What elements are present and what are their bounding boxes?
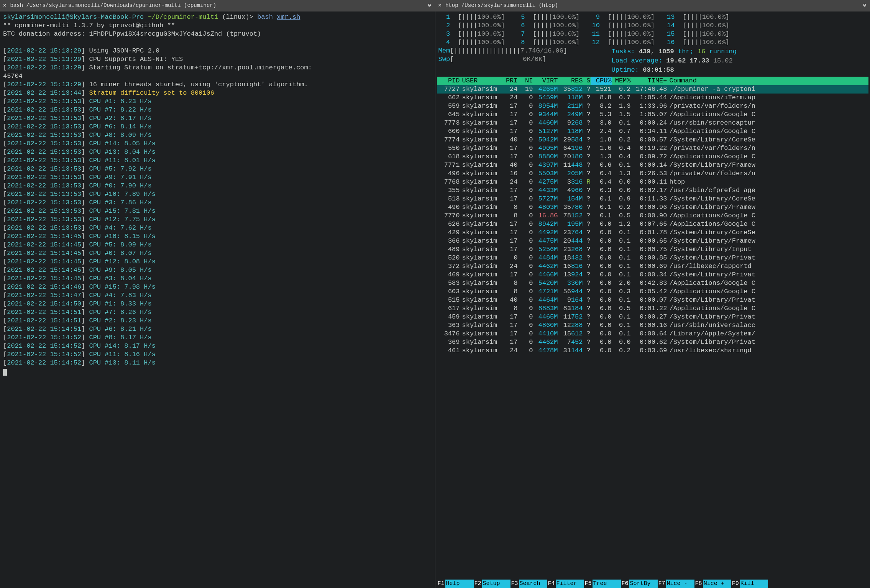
process-row[interactable]: 7727skylarsim24194265M35812?15210.217:46…: [437, 85, 869, 94]
process-row[interactable]: 618skylarsim1708880M70180?1.30.40:09.72/…: [437, 153, 869, 161]
close-icon[interactable]: ✕: [438, 2, 442, 10]
left-tab-bar[interactable]: ✕ bash /Users/skylarsimoncelli/Downloads…: [0, 0, 435, 11]
left-terminal[interactable]: skylarsimoncelli@Skylars-MacBook-Pro ~/D…: [0, 11, 435, 588]
cursor: [3, 369, 7, 376]
cpu-meter: 7 [||||100.0%]: [513, 30, 579, 38]
cpu-meter: 16 [||||100.0%]: [663, 38, 729, 47]
process-row[interactable]: 583skylarsim805420M330M?0.02.00:42.83/Ap…: [437, 279, 869, 287]
app-root: ✕ bash /Users/skylarsimoncelli/Downloads…: [0, 0, 870, 588]
footer-key[interactable]: F2Setup: [474, 580, 511, 588]
process-row[interactable]: 490skylarsim804803M35780?0.10.20:00.96/S…: [437, 203, 869, 212]
cpu-meter: 2 [||||100.0%]: [438, 21, 505, 30]
footer-key[interactable]: F8Nice +: [694, 580, 731, 588]
process-row[interactable]: 7768skylarsim2404275M3316R0.40.00:00.11h…: [437, 178, 869, 186]
uptime-line: Uptime: 03:01:58: [612, 65, 869, 74]
cpu-meter: 3 [||||100.0%]: [438, 30, 505, 38]
cpu-meter: 14 [||||100.0%]: [663, 21, 729, 30]
process-row[interactable]: 662skylarsim2405459M118M?8.80.71:05.44/A…: [437, 94, 869, 102]
swap-meter: Swp[0K/0K]: [438, 55, 603, 64]
process-row[interactable]: 366skylarsim1704475M20444?0.00.10:00.65/…: [437, 237, 869, 245]
process-row[interactable]: 600skylarsim1705127M118M?2.40.70:34.11/A…: [437, 127, 869, 136]
process-row[interactable]: 461skylarsim2404478M31144?0.00.20:03.69/…: [437, 347, 869, 355]
tasks-line: Tasks: 439, 1059 thr; 16 running: [612, 47, 869, 56]
process-list[interactable]: 7727skylarsim24194265M35812?15210.217:46…: [437, 85, 869, 580]
footer-key[interactable]: F4Filter: [547, 580, 584, 588]
process-row[interactable]: 520skylarsim004484M18432?0.00.10:00.85/S…: [437, 254, 869, 262]
cpu-meter: 12 [||||100.0%]: [588, 38, 654, 47]
process-row[interactable]: 550skylarsim1704905M64196?1.60.40:19.22/…: [437, 144, 869, 153]
mem-meter: Mem[|||||||||||||||||7.74G/16.0G]: [438, 47, 603, 55]
footer-key[interactable]: F3Search: [511, 580, 547, 588]
cpu-meter: 1 [||||100.0%]: [438, 13, 505, 21]
footer-key[interactable]: F5Tree: [584, 580, 621, 588]
cpu-meter: 10 [||||100.0%]: [588, 21, 654, 30]
load-line: Load average: 19.62 17.33 15.02: [612, 56, 869, 65]
process-row[interactable]: 459skylarsim1704465M11752?0.00.10:00.27/…: [437, 313, 869, 321]
cpu-meter: 11 [||||100.0%]: [588, 30, 654, 38]
right-tab-bar[interactable]: ✕ htop /Users/skylarsimoncelli (htop) ⊜: [435, 0, 870, 11]
htop-footer[interactable]: F1HelpF2SetupF3SearchF4FilterF5TreeF6Sor…: [437, 580, 869, 588]
process-row[interactable]: 372skylarsim2404462M16816?0.00.10:00.69/…: [437, 262, 869, 271]
process-row[interactable]: 7770skylarsim8016.8G78152?0.10.50:00.90/…: [437, 212, 869, 220]
process-row[interactable]: 369skylarsim1704462M7452?0.00.00:00.62/S…: [437, 338, 869, 347]
process-row[interactable]: 7774skylarsim4005042M29584?1.80.20:00.57…: [437, 136, 869, 144]
right-pane: ✕ htop /Users/skylarsimoncelli (htop) ⊜ …: [435, 0, 870, 588]
left-tab-title: bash /Users/skylarsimoncelli/Downloads/c…: [10, 2, 216, 10]
process-row[interactable]: 513skylarsim1705727M154M?0.10.90:11.33/S…: [437, 195, 869, 203]
process-row[interactable]: 645skylarsim1709344M249M?5.31.51:05.07/A…: [437, 110, 869, 119]
overflow-icon[interactable]: ⊜: [428, 2, 431, 10]
footer-key[interactable]: F9Kill: [731, 580, 768, 588]
cpu-meter: 15 [||||100.0%]: [663, 30, 729, 38]
mem-and-stats: Mem[|||||||||||||||||7.74G/16.0G]Swp[0K/…: [437, 47, 869, 74]
cpu-meter: 6 [||||100.0%]: [513, 21, 579, 30]
cpu-meter: 5 [||||100.0%]: [513, 13, 579, 21]
close-icon[interactable]: ✕: [3, 2, 6, 10]
process-row[interactable]: 7773skylarsim1704460M9268?3.00.10:00.24/…: [437, 119, 869, 127]
process-row[interactable]: 496skylarsim1605503M205M?0.41.30:26.53/p…: [437, 169, 869, 178]
process-row[interactable]: 489skylarsim1705256M23268?0.00.10:00.75/…: [437, 245, 869, 254]
process-row[interactable]: 7771skylarsim4004397M11448?0.60.10:00.14…: [437, 161, 869, 169]
process-row[interactable]: 626skylarsim1708942M195M?0.01.20:07.65/A…: [437, 220, 869, 228]
process-header[interactable]: PIDUSERPRINIVIRTRESSCPU%MEM%TIME+Command: [437, 77, 869, 85]
left-pane: ✕ bash /Users/skylarsimoncelli/Downloads…: [0, 0, 435, 588]
cpu-meter: 13 [||||100.0%]: [663, 13, 729, 21]
cpu-meter: 4 [||||100.0%]: [438, 38, 505, 47]
process-row[interactable]: 355skylarsim1704433M4960?0.30.00:02.17/u…: [437, 186, 869, 195]
process-row[interactable]: 515skylarsim4004464M9164?0.00.10:00.07/S…: [437, 296, 869, 304]
process-row[interactable]: 603skylarsim804721M56944?0.00.30:05.42/A…: [437, 287, 869, 296]
process-row[interactable]: 363skylarsim1704860M12288?0.00.10:00.16/…: [437, 321, 869, 330]
right-terminal[interactable]: 1 [||||100.0%] 2 [||||100.0%] 3 [||||100…: [435, 11, 870, 588]
cpu-meter: 9 [||||100.0%]: [588, 13, 654, 21]
footer-key[interactable]: F7Nice -: [658, 580, 694, 588]
right-tab-title: htop /Users/skylarsimoncelli (htop): [445, 2, 558, 10]
cpu-meters: 1 [||||100.0%] 2 [||||100.0%] 3 [||||100…: [437, 13, 869, 47]
process-row[interactable]: 3476skylarsim1704410M15612?0.00.10:00.64…: [437, 330, 869, 338]
footer-key[interactable]: F6SortBy: [621, 580, 658, 588]
process-row[interactable]: 559skylarsim1708954M211M?8.21.31:33.96/p…: [437, 102, 869, 110]
cpu-meter: 8 [||||100.0%]: [513, 38, 579, 47]
process-row[interactable]: 469skylarsim1704466M13924?0.00.10:00.34/…: [437, 271, 869, 279]
overflow-icon[interactable]: ⊜: [863, 2, 866, 10]
footer-key[interactable]: F1Help: [437, 580, 474, 588]
process-row[interactable]: 617skylarsim808883M83184?0.00.50:01.22/A…: [437, 304, 869, 313]
process-row[interactable]: 429skylarsim1704492M23764?0.00.10:01.78/…: [437, 228, 869, 237]
